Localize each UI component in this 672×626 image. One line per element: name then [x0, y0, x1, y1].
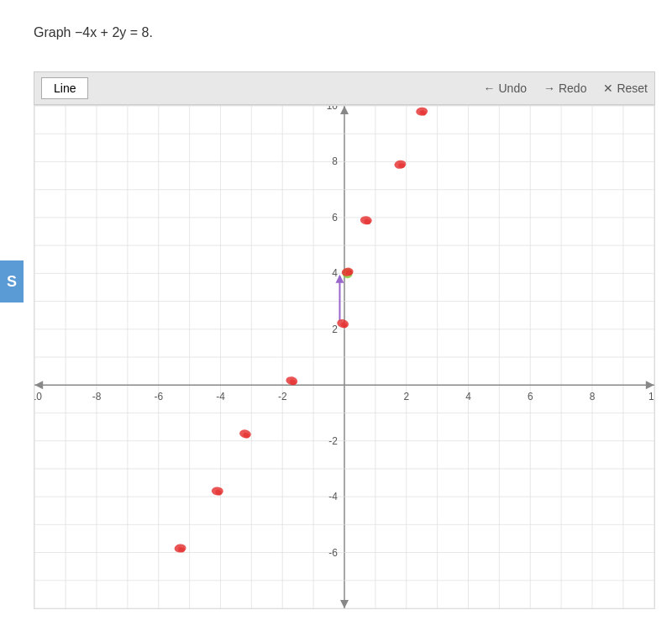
- reset-icon: ✕: [603, 82, 613, 95]
- svg-text:4: 4: [332, 267, 338, 279]
- svg-marker-40: [646, 381, 654, 389]
- graph-canvas: -10-8-6-4-2246810108642-2-4-6: [34, 106, 654, 608]
- svg-text:10: 10: [327, 106, 339, 112]
- left-tab-label: S: [7, 273, 17, 291]
- svg-text:-8: -8: [92, 391, 102, 402]
- svg-text:8: 8: [590, 391, 596, 402]
- graph-area[interactable]: -10-8-6-4-2246810108642-2-4-6: [34, 105, 655, 609]
- svg-text:10: 10: [648, 391, 654, 402]
- toolbar: Line ← Undo → Redo ✕ Reset: [34, 71, 655, 105]
- svg-marker-41: [34, 381, 43, 389]
- svg-text:2: 2: [332, 324, 338, 335]
- svg-marker-42: [340, 106, 349, 114]
- svg-text:-4: -4: [328, 491, 338, 502]
- svg-text:4: 4: [465, 391, 471, 402]
- svg-text:-2: -2: [328, 435, 338, 447]
- svg-text:6: 6: [528, 391, 533, 402]
- instruction-text: Graph −4x + 2y = 8.: [34, 25, 153, 40]
- svg-text:8: 8: [332, 155, 338, 167]
- svg-marker-43: [340, 600, 349, 608]
- redo-icon: →: [543, 82, 555, 95]
- line-button[interactable]: Line: [41, 77, 88, 99]
- undo-button[interactable]: ← Undo: [483, 82, 526, 95]
- toolbar-actions: ← Undo → Redo ✕ Reset: [483, 82, 648, 95]
- redo-button[interactable]: → Redo: [543, 82, 586, 95]
- left-tab[interactable]: S: [0, 260, 24, 302]
- undo-icon: ←: [483, 82, 495, 95]
- svg-text:-4: -4: [216, 391, 225, 402]
- svg-text:-6: -6: [328, 547, 338, 559]
- app-container: S Graph −4x + 2y = 8. Line ← Undo → Redo…: [0, 0, 672, 626]
- reset-button[interactable]: ✕ Reset: [603, 82, 648, 95]
- svg-text:-10: -10: [34, 391, 42, 402]
- grid-svg: -10-8-6-4-2246810108642-2-4-6: [34, 106, 654, 608]
- svg-text:-6: -6: [154, 391, 163, 402]
- svg-text:2: 2: [403, 391, 409, 402]
- svg-text:-2: -2: [278, 391, 287, 402]
- svg-text:6: 6: [332, 212, 338, 224]
